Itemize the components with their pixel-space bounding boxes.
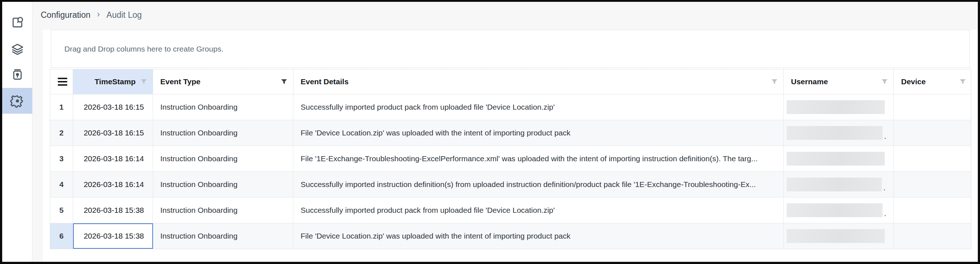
username-redaction xyxy=(787,177,882,191)
sidebar xyxy=(2,2,32,262)
sidebar-item-layers[interactable] xyxy=(2,36,32,62)
device-cell[interactable] xyxy=(894,146,972,171)
layers-icon xyxy=(11,43,24,56)
timestamp-cell[interactable]: 2026-03-18 16:14 xyxy=(73,172,153,197)
timestamp-cell[interactable]: 2026-03-18 16:14 xyxy=(73,146,153,171)
event-details-cell[interactable]: Successfully imported instruction defini… xyxy=(293,172,784,197)
breadcrumb-separator-icon: › xyxy=(97,10,100,19)
group-drop-zone-label: Drag and Drop columns here to create Gro… xyxy=(64,45,224,54)
column-header-label: Username xyxy=(791,77,828,86)
app-window: Configuration › Audit Log Drag and Drop … xyxy=(2,2,978,262)
device-cell[interactable] xyxy=(894,95,972,120)
product-pack-icon xyxy=(11,68,24,82)
username-cell[interactable]: . xyxy=(784,172,894,197)
breadcrumb-item-audit-log: Audit Log xyxy=(107,10,142,20)
timestamp-cell[interactable]: 2026-03-18 16:15 xyxy=(73,95,153,120)
filter-icon[interactable] xyxy=(140,78,148,86)
timestamp-cell[interactable]: 2026-03-18 16:15 xyxy=(73,120,153,145)
search-document-icon xyxy=(11,16,24,29)
filter-icon[interactable] xyxy=(280,78,288,86)
device-cell[interactable] xyxy=(894,120,972,145)
sidebar-item-settings[interactable] xyxy=(2,88,32,114)
event-details-cell[interactable]: Successfully imported product pack from … xyxy=(293,95,784,120)
event-type-cell[interactable]: Instruction Onboarding xyxy=(153,120,293,145)
row-number-cell[interactable]: 5 xyxy=(50,198,73,223)
username-suffix: . xyxy=(884,132,886,141)
table-row[interactable]: 22026-03-18 16:15Instruction OnboardingF… xyxy=(50,120,971,145)
username-redaction xyxy=(787,100,885,114)
column-header-event_type[interactable]: Event Type xyxy=(153,70,293,94)
content-panel: Drag and Drop columns here to create Gro… xyxy=(43,30,978,262)
column-header-username[interactable]: Username xyxy=(784,70,894,94)
username-suffix: . xyxy=(883,183,886,192)
column-header-event_details[interactable]: Event Details xyxy=(293,70,784,94)
username-redaction xyxy=(787,152,885,166)
username-cell[interactable] xyxy=(784,95,894,120)
column-header-label: TimeStamp xyxy=(94,77,135,86)
column-header-label: Event Type xyxy=(160,77,200,86)
event-details-cell[interactable]: File 'Device Location.zip' was uploaded … xyxy=(293,223,784,249)
timestamp-cell[interactable]: 2026-03-18 15:38 xyxy=(73,198,153,223)
row-number-cell[interactable]: 1 xyxy=(50,95,73,120)
device-cell[interactable] xyxy=(894,198,972,223)
grid-body: 12026-03-18 16:15Instruction OnboardingS… xyxy=(50,94,971,249)
group-drop-zone[interactable]: Drag and Drop columns here to create Gro… xyxy=(51,30,970,68)
event-type-cell[interactable]: Instruction Onboarding xyxy=(153,172,293,197)
filter-icon[interactable] xyxy=(959,78,967,86)
breadcrumb-item-configuration[interactable]: Configuration xyxy=(41,10,91,20)
event-details-cell[interactable]: Successfully imported product pack from … xyxy=(293,198,784,223)
table-row[interactable]: 42026-03-18 16:14Instruction OnboardingS… xyxy=(50,171,971,197)
row-number-cell[interactable]: 3 xyxy=(50,146,73,171)
row-number-cell[interactable]: 2 xyxy=(50,120,73,145)
filter-icon[interactable] xyxy=(771,78,778,86)
table-row[interactable]: 32026-03-18 16:14Instruction OnboardingF… xyxy=(50,145,971,171)
grid-header-row: TimeStampEvent TypeEvent DetailsUsername… xyxy=(50,70,971,94)
event-details-cell[interactable]: File 'Device Location.zip' was uploaded … xyxy=(293,120,784,145)
event-type-cell[interactable]: Instruction Onboarding xyxy=(153,223,293,249)
breadcrumb: Configuration › Audit Log xyxy=(41,8,142,22)
event-type-cell[interactable]: Instruction Onboarding xyxy=(153,95,293,120)
column-header-timestamp[interactable]: TimeStamp xyxy=(73,70,153,94)
device-cell[interactable] xyxy=(894,172,972,197)
table-row[interactable]: 12026-03-18 16:15Instruction OnboardingS… xyxy=(50,94,971,120)
screenshot-frame: Configuration › Audit Log Drag and Drop … xyxy=(0,0,980,264)
event-type-cell[interactable]: Instruction Onboarding xyxy=(153,198,293,223)
event-type-cell[interactable]: Instruction Onboarding xyxy=(153,146,293,171)
audit-log-grid: TimeStampEvent TypeEvent DetailsUsername… xyxy=(50,69,971,249)
row-number-cell[interactable]: 6 xyxy=(50,223,73,249)
table-row[interactable]: 52026-03-18 15:38Instruction OnboardingS… xyxy=(50,197,971,223)
timestamp-cell[interactable]: 2026-03-18 15:38 xyxy=(73,223,153,249)
username-cell[interactable] xyxy=(784,146,894,171)
username-cell[interactable]: . xyxy=(784,120,894,145)
sidebar-item-product-pack[interactable] xyxy=(2,62,32,88)
sidebar-item-search-document[interactable] xyxy=(2,9,32,36)
column-header-device[interactable]: Device xyxy=(894,70,972,94)
device-cell[interactable] xyxy=(894,223,972,249)
username-cell[interactable]: . xyxy=(784,198,894,223)
table-row[interactable]: 62026-03-18 15:38Instruction OnboardingF… xyxy=(50,223,971,249)
event-details-cell[interactable]: File '1E-Exchange-Troubleshooting-ExcelP… xyxy=(293,146,784,171)
username-redaction xyxy=(787,126,883,140)
column-menu-icon[interactable] xyxy=(58,78,67,86)
column-header-num[interactable] xyxy=(50,70,73,94)
column-header-label: Event Details xyxy=(301,77,348,86)
username-suffix: . xyxy=(884,209,886,218)
username-redaction xyxy=(787,229,885,243)
username-redaction xyxy=(787,203,883,217)
username-cell[interactable] xyxy=(784,223,894,249)
gear-icon xyxy=(10,94,25,108)
column-header-label: Device xyxy=(901,77,926,86)
filter-icon[interactable] xyxy=(881,78,888,86)
row-number-cell[interactable]: 4 xyxy=(50,172,73,197)
